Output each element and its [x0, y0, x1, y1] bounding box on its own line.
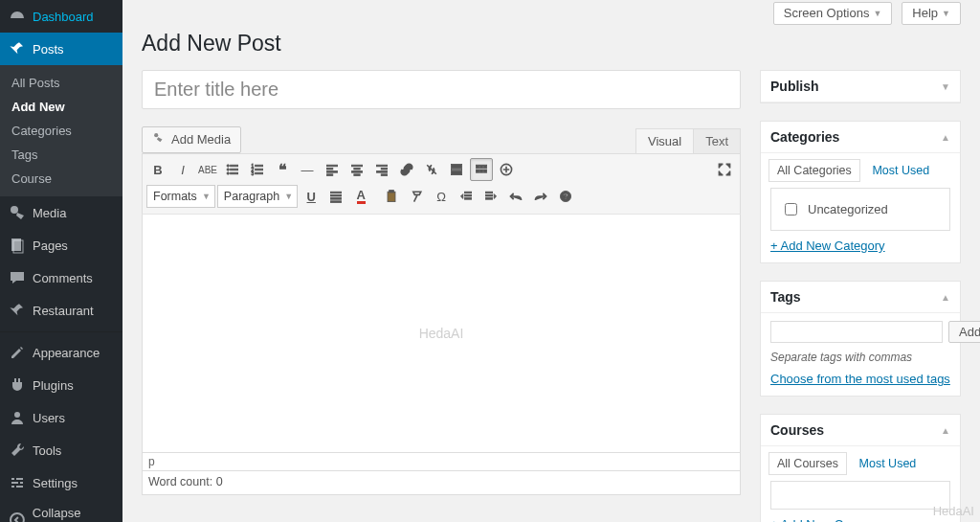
page-title: Add New Post [142, 31, 961, 57]
sidebar-item-posts[interactable]: Posts [0, 33, 122, 65]
add-media-label: Add Media [171, 132, 231, 147]
add-block-button[interactable] [495, 158, 518, 181]
sidebar-item-pages[interactable]: Pages [0, 229, 122, 261]
tags-input[interactable] [770, 321, 943, 343]
sidebar-label: Media [33, 206, 66, 220]
justify-button[interactable] [324, 185, 347, 208]
sidebar-label: Posts [33, 42, 64, 57]
help-button[interactable]: Help▼ [902, 2, 961, 25]
panel-tags-toggle[interactable]: Tags ▲ [761, 282, 960, 313]
align-left-button[interactable] [321, 158, 344, 181]
sidebar-item-appearance[interactable]: Appearance [0, 336, 122, 369]
tags-hint: Separate tags with commas [770, 351, 950, 364]
post-title-input[interactable] [142, 70, 741, 109]
link-button[interactable] [395, 158, 418, 181]
indent-button[interactable] [479, 185, 502, 208]
strikethrough-button[interactable]: ABE [196, 158, 219, 181]
kitchensink-button[interactable] [470, 158, 493, 181]
paragraph-select[interactable]: Paragraph▼ [217, 185, 298, 208]
special-char-button[interactable]: Ω [430, 185, 453, 208]
sidebar-item-restaurant[interactable]: Restaurant [0, 294, 122, 327]
pin-icon [8, 301, 27, 320]
help-label: Help [912, 6, 938, 20]
svg-rect-27 [326, 174, 332, 176]
undo-button[interactable] [504, 185, 527, 208]
sidebar-item-tools[interactable]: Tools [0, 434, 122, 466]
editor-tab-text[interactable]: Text [694, 128, 741, 153]
chevron-down-icon: ▼ [284, 192, 293, 201]
svg-rect-47 [331, 194, 342, 196]
sidebar-label: Collapse menu [33, 506, 115, 522]
courses-tab-all[interactable]: All Courses [768, 452, 847, 475]
sidebar-sub-categories[interactable]: Categories [0, 119, 122, 143]
chevron-down-icon: ▼ [942, 9, 950, 18]
svg-rect-4 [11, 478, 14, 480]
panel-title: Courses [770, 422, 824, 438]
sidebar-item-comments[interactable]: Comments [0, 261, 122, 294]
sidebar-label: Plugins [33, 378, 74, 393]
readmore-button[interactable] [445, 158, 468, 181]
add-new-category-link[interactable]: + Add New Category [770, 238, 885, 253]
add-tag-button[interactable]: Add [948, 321, 980, 343]
editor-content[interactable]: HedaAI [142, 214, 741, 453]
sidebar-item-settings[interactable]: Settings [0, 466, 122, 499]
sidebar-item-plugins[interactable]: Plugins [0, 369, 122, 401]
watermark-footer: HedaAI [933, 504, 974, 518]
svg-rect-38 [451, 171, 461, 175]
text-color-button[interactable]: A [349, 185, 372, 208]
categories-tab-all[interactable]: All Categories [768, 159, 860, 182]
numbered-list-button[interactable]: 123 [246, 158, 269, 181]
svg-rect-19 [256, 165, 263, 167]
clear-formatting-button[interactable] [405, 185, 428, 208]
svg-rect-9 [16, 486, 23, 488]
sidebar-item-collapse[interactable]: Collapse menu [0, 499, 122, 522]
svg-rect-29 [354, 168, 360, 170]
choose-tags-link[interactable]: Choose from the most used tags [770, 372, 950, 386]
checkbox[interactable] [785, 203, 797, 216]
hr-button[interactable]: — [296, 158, 319, 181]
panel-categories: Categories ▲ All Categories Most Used Un… [760, 121, 961, 263]
align-right-button[interactable] [370, 158, 393, 181]
sidebar-item-dashboard[interactable]: Dashboard [0, 0, 122, 33]
panel-categories-toggle[interactable]: Categories ▲ [761, 122, 960, 153]
screen-options-label: Screen Options [784, 6, 870, 20]
blockquote-button[interactable]: ❝ [271, 158, 294, 181]
sidebar-sub-all-posts[interactable]: All Posts [0, 71, 122, 95]
courses-tab-most[interactable]: Most Used [851, 452, 925, 475]
add-media-button[interactable]: Add Media [142, 126, 241, 153]
sidebar-item-media[interactable]: Media [0, 196, 122, 229]
bold-button[interactable]: B [146, 158, 169, 181]
svg-rect-6 [11, 482, 18, 484]
editor-tab-visual[interactable]: Visual [635, 128, 694, 153]
svg-rect-55 [486, 192, 493, 193]
bullet-list-button[interactable] [221, 158, 244, 181]
svg-point-11 [154, 133, 158, 137]
underline-button[interactable]: U [300, 185, 323, 208]
panel-publish-toggle[interactable]: Publish ▼ [761, 71, 960, 102]
screen-options-button[interactable]: Screen Options▼ [773, 2, 893, 25]
panel-title: Tags [770, 289, 801, 305]
sidebar-item-users[interactable]: Users [0, 401, 122, 434]
fullscreen-button[interactable] [713, 158, 736, 181]
help-icon-button[interactable]: ? [554, 185, 577, 208]
sidebar-label: Restaurant [33, 304, 94, 318]
svg-point-16 [227, 172, 229, 174]
italic-button[interactable]: I [171, 158, 194, 181]
chevron-down-icon: ▼ [941, 81, 950, 92]
sidebar-label: Settings [33, 476, 78, 490]
svg-rect-8 [11, 486, 14, 488]
categories-tab-most[interactable]: Most Used [863, 159, 938, 182]
align-center-button[interactable] [345, 158, 368, 181]
sidebar-sub-add-new[interactable]: Add New [0, 95, 122, 119]
paste-text-button[interactable] [380, 185, 403, 208]
sidebar-sub-tags[interactable]: Tags [0, 143, 122, 167]
redo-button[interactable] [529, 185, 552, 208]
panel-courses-toggle[interactable]: Courses ▲ [761, 415, 960, 446]
sidebar-sub-course[interactable]: Course [0, 167, 122, 191]
add-new-course-link[interactable]: + Add New Course [770, 517, 875, 522]
unlink-button[interactable] [420, 158, 443, 181]
formats-select[interactable]: Formats▼ [146, 185, 215, 208]
outdent-button[interactable] [455, 185, 478, 208]
sidebar-submenu-posts: All Posts Add New Categories Tags Course [0, 65, 122, 196]
category-checkbox-uncategorized[interactable]: Uncategorized [781, 200, 940, 218]
